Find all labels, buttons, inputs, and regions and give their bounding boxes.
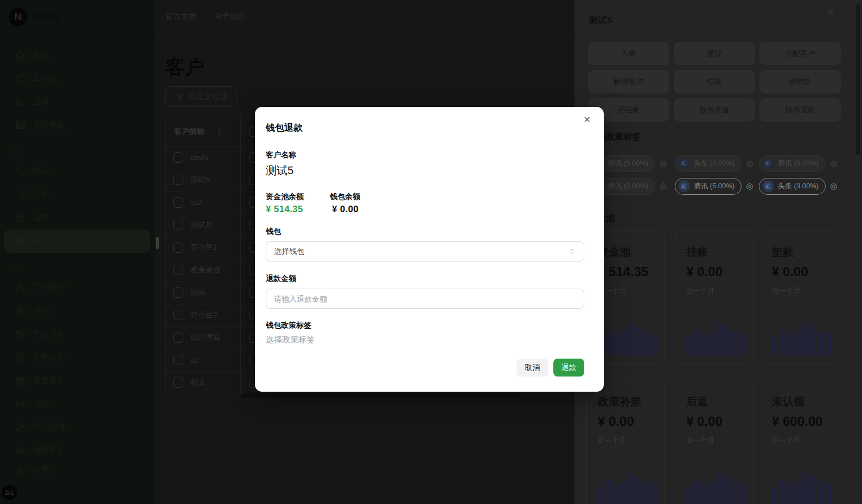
row-checkbox[interactable]	[173, 265, 183, 275]
tag-settings-icon[interactable]: ◎	[746, 158, 753, 168]
row-checkbox[interactable]	[173, 310, 183, 320]
sparkline-bar	[636, 476, 642, 504]
sidebar-item-briefcase[interactable]: 工作流	[4, 67, 150, 90]
sparkline-chart	[598, 322, 657, 355]
sparkline-bar	[628, 323, 634, 355]
tag-settings-icon[interactable]: ◎	[830, 158, 837, 168]
drawer-action-button[interactable]: 钱包退款	[759, 98, 841, 122]
row-checkbox[interactable]	[173, 355, 183, 365]
row-checkbox[interactable]	[173, 288, 183, 298]
policy-tag[interactable]: 前头条 (3.00%)	[675, 155, 742, 172]
row-checkbox[interactable]	[173, 197, 183, 208]
drawer-action-button[interactable]: 结算	[674, 70, 755, 93]
drawer-action-button[interactable]: 钱包充值	[674, 98, 755, 122]
refund-button[interactable]: 退款	[553, 359, 584, 377]
pool-card-amount: ¥ 0.00	[686, 414, 745, 429]
sidebar-item-hammer[interactable]: 产品/服务	[4, 416, 150, 439]
policy-tag-cell: 前头条 (3.00%)◎	[759, 175, 846, 197]
topbar-link[interactable]: 官方文档	[165, 12, 196, 22]
briefcase-icon	[15, 73, 25, 84]
column-divider	[240, 192, 241, 214]
row-checkbox[interactable]	[173, 175, 183, 185]
column-divider	[240, 259, 241, 282]
sidebar-item-film[interactable]: 素材看板	[4, 113, 150, 137]
column-divider	[240, 117, 241, 146]
sidebar-item-users[interactable]: 客户	[4, 229, 150, 253]
column-menu-icon[interactable]: ⋮	[215, 127, 224, 137]
sidebar-item-user-search[interactable]: 广告账户	[4, 276, 150, 299]
wallet-select-placeholder: 选择钱包	[274, 247, 304, 257]
sidebar-nav: 面板工作流业绩素材看板销售线索订单合同客户运营广告账户消耗平台流水商务结算资金流…	[0, 43, 155, 462]
sidebar-item-wallet[interactable]: 钱包	[4, 392, 150, 416]
logo-icon: N	[9, 8, 27, 26]
row-checkbox[interactable]	[173, 243, 183, 253]
policy-tag[interactable]: 前腾讯 (5.00%)	[675, 178, 742, 195]
row-checkbox[interactable]	[173, 378, 183, 388]
row-checkbox[interactable]	[173, 152, 183, 163]
row-checkbox[interactable]	[173, 220, 183, 230]
tag-settings-icon[interactable]: ◎	[746, 181, 753, 191]
refund-amount-input[interactable]	[266, 289, 584, 309]
tag-label: 腾讯 (5.00%)	[778, 158, 819, 168]
drawer-action-button[interactable]: 分配客户	[759, 42, 841, 65]
pool-card-amount: ¥ 0.00	[772, 264, 831, 279]
sparkline-bar	[694, 330, 700, 355]
sparkline-bar	[686, 337, 692, 355]
sidebar-item-database[interactable]: 商务结算	[4, 346, 150, 369]
policy-tag-select[interactable]: 选择政策标签	[266, 335, 315, 345]
sidebar-item-list[interactable]: 订单	[4, 183, 150, 206]
sidebar-item-file[interactable]: 合同	[4, 206, 150, 229]
tag-settings-icon[interactable]: ◎	[830, 181, 837, 191]
wallet-select[interactable]: 选择钱包	[266, 241, 584, 261]
sidebar-item-coins[interactable]: 平台流水	[4, 322, 150, 346]
sidebar-footer: 设置 2x1	[0, 465, 155, 504]
sidebar-item-bank[interactable]: 资金流水	[4, 369, 150, 392]
app-root: N CRM 面板工作流业绩素材看板销售线索订单合同客户运营广告账户消耗平台流水商…	[0, 0, 862, 504]
row-checkbox[interactable]	[173, 333, 183, 343]
sidebar: N CRM 面板工作流业绩素材看板销售线索订单合同客户运营广告账户消耗平台流水商…	[0, 0, 155, 504]
row-customer-name: 测试后	[190, 220, 213, 230]
sidebar-item-label: 业绩	[33, 97, 49, 107]
column-divider	[240, 372, 241, 394]
tag-settings-icon[interactable]: ◎	[660, 181, 667, 191]
horizontal-scrollbar[interactable]	[240, 393, 520, 398]
drawer-scrollbar-thumb[interactable]	[856, 4, 860, 155]
tag-settings-icon[interactable]: ◎	[660, 158, 667, 168]
pool-card-title: 政策补差	[598, 394, 657, 409]
row-customer-name: 四川席媒	[190, 333, 221, 342]
cancel-button[interactable]: 取消	[516, 359, 548, 377]
sidebar-item-route[interactable]: 线索	[4, 160, 150, 183]
funnel-icon	[175, 92, 184, 101]
custom-filter-button[interactable]: 自定义过滤	[165, 86, 237, 107]
drawer-action-button[interactable]: 提现	[674, 42, 755, 65]
vertical-scrollbar-thumb[interactable]	[156, 237, 159, 249]
sidebar-item-label: 订单	[33, 189, 49, 200]
sparkline-bar	[787, 484, 793, 504]
sparkline-bar	[613, 334, 619, 355]
pool-card-amount: ¥ 0.00	[686, 264, 745, 279]
sidebar-item-home[interactable]: 面板	[4, 43, 150, 67]
drawer-action-button[interactable]: 还垫款	[759, 70, 841, 93]
drawer-action-button[interactable]: 入账	[588, 42, 669, 65]
user-avatar[interactable]: 2x1	[2, 485, 17, 500]
column-divider	[240, 214, 241, 237]
sidebar-item-settings[interactable]: 设置	[4, 458, 150, 482]
modal-close-icon[interactable]: ✕	[584, 114, 591, 125]
drawer-close-icon[interactable]: ✕	[827, 7, 834, 18]
sparkline-chart	[598, 471, 657, 504]
pool-card-period: 近一个月	[598, 286, 657, 296]
row-customer-name: 测试5	[190, 175, 210, 185]
policy-tag[interactable]: 前腾讯 (5.00%)	[759, 155, 826, 172]
topbar: 官方文档关于我们	[155, 0, 574, 34]
tag-prefix-badge: 前	[762, 157, 774, 169]
drawer-action-button[interactable]: 解绑客户	[588, 70, 669, 93]
sidebar-item-label: 客户	[33, 236, 49, 246]
sparkline-bar	[686, 487, 692, 504]
row-customer-name: ss	[190, 356, 198, 365]
topbar-link[interactable]: 关于我们	[214, 12, 245, 22]
tag-label: 腾讯 (5.00%)	[608, 158, 648, 168]
sidebar-item-dollar[interactable]: 消耗	[4, 299, 150, 322]
sparkline-bar	[739, 333, 745, 355]
policy-tag[interactable]: 前头条 (3.00%)	[759, 178, 826, 195]
sidebar-item-chart[interactable]: 业绩	[4, 90, 150, 113]
